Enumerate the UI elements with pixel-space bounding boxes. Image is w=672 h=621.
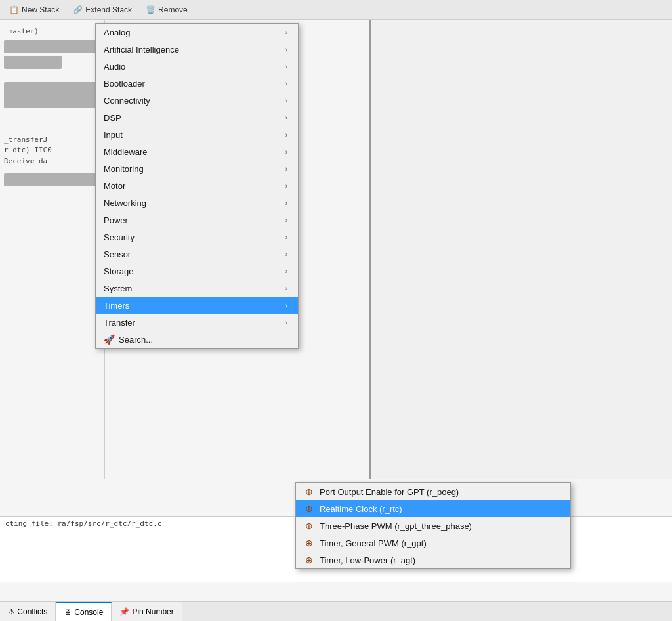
menu-item-dsp[interactable]: DSP › bbox=[96, 109, 298, 126]
menu-arrow-security: › bbox=[285, 234, 287, 241]
menu-arrow-transfer: › bbox=[285, 319, 287, 326]
gray-block-3 bbox=[4, 82, 100, 108]
right-panel bbox=[370, 20, 672, 479]
left-panel: _master) _transfer3 r_dtc) IIC0 Receive … bbox=[0, 20, 105, 479]
submenu-item-realtime-clock[interactable]: ⊕ Realtime Clock (r_rtc) bbox=[296, 500, 570, 517]
submenu-item-timer-general-pwm[interactable]: ⊕ Timer, General PWM (r_gpt) bbox=[296, 534, 570, 551]
menu-item-search[interactable]: 🚀 Search... bbox=[96, 331, 298, 348]
new-stack-label: New Stack bbox=[22, 5, 59, 14]
menu-arrow-monitoring: › bbox=[285, 165, 287, 173]
menu-item-system-label: System bbox=[104, 284, 285, 293]
code-line-3: r_dtc) IIC0 bbox=[4, 145, 100, 156]
search-rocket-icon: 🚀 bbox=[104, 334, 115, 345]
menu-item-transfer[interactable]: Transfer › bbox=[96, 314, 298, 331]
menu-search-label: Search... bbox=[119, 335, 153, 345]
menu-item-bootloader-label: Bootloader bbox=[104, 79, 285, 89]
menu-item-middleware[interactable]: Middleware › bbox=[96, 143, 298, 160]
submenu-item-general-pwm-label: Timer, General PWM (r_gpt) bbox=[320, 538, 427, 548]
menu-item-connectivity[interactable]: Connectivity › bbox=[96, 92, 298, 109]
menu-arrow-dsp: › bbox=[285, 114, 287, 121]
menu-item-storage[interactable]: Storage › bbox=[96, 263, 298, 280]
remove-button[interactable]: 🗑️ Remove bbox=[139, 2, 194, 18]
menu-arrow-storage: › bbox=[285, 268, 287, 275]
menu-item-sensor[interactable]: Sensor › bbox=[96, 246, 298, 263]
console-tab-icon: 🖥 bbox=[64, 608, 72, 617]
menu-arrow-system: › bbox=[285, 285, 287, 292]
context-menu: Analog › Artificial Intelligence › Audio… bbox=[95, 23, 299, 349]
menu-item-monitoring[interactable]: Monitoring › bbox=[96, 160, 298, 177]
submenu-item-port-output-enable[interactable]: ⊕ Port Output Enable for GPT (r_poeg) bbox=[296, 483, 570, 500]
menu-item-audio-label: Audio bbox=[104, 62, 285, 72]
menu-item-bootloader[interactable]: Bootloader › bbox=[96, 75, 298, 92]
menu-arrow-analog: › bbox=[285, 29, 287, 36]
pin-number-tab-icon: 📌 bbox=[119, 607, 129, 616]
submenu-item-timer-low-power[interactable]: ⊕ Timer, Low-Power (r_agt) bbox=[296, 551, 570, 568]
menu-arrow-middleware: › bbox=[285, 148, 287, 156]
menu-item-timers[interactable]: Timers › bbox=[96, 297, 298, 314]
menu-item-storage-label: Storage bbox=[104, 267, 285, 276]
menu-item-system[interactable]: System › bbox=[96, 280, 298, 297]
menu-arrow-sensor: › bbox=[285, 251, 287, 258]
main-toolbar: 📋 New Stack 🔗 Extend Stack 🗑️ Remove bbox=[0, 0, 672, 20]
remove-icon: 🗑️ bbox=[145, 5, 156, 15]
submenu-item-low-power-label: Timer, Low-Power (r_agt) bbox=[320, 555, 415, 565]
vertical-separator bbox=[369, 20, 370, 479]
component-icon-general-pwm: ⊕ bbox=[304, 538, 314, 548]
menu-arrow-motor: › bbox=[285, 182, 287, 190]
menu-arrow-bootloader: › bbox=[285, 80, 287, 87]
menu-item-connectivity-label: Connectivity bbox=[104, 96, 285, 106]
code-line-1: _master) bbox=[4, 26, 100, 37]
menu-item-security-label: Security bbox=[104, 232, 285, 242]
component-icon-low-power: ⊕ bbox=[304, 555, 314, 565]
menu-arrow-ai: › bbox=[285, 46, 287, 53]
menu-item-dsp-label: DSP bbox=[104, 113, 285, 123]
pin-number-tab[interactable]: 📌 Pin Number bbox=[112, 602, 182, 621]
code-line-4: Receive da bbox=[4, 156, 100, 167]
extend-stack-button[interactable]: 🔗 Extend Stack bbox=[66, 2, 138, 18]
code-line-2: _transfer3 bbox=[4, 135, 100, 146]
menu-arrow-timers: › bbox=[285, 302, 287, 309]
content-area: _master) _transfer3 r_dtc) IIC0 Receive … bbox=[0, 20, 672, 601]
submenu-item-rtc-label: Realtime Clock (r_rtc) bbox=[320, 504, 402, 514]
submenu-item-three-phase-pwm[interactable]: ⊕ Three-Phase PWM (r_gpt_three_phase) bbox=[296, 517, 570, 534]
gray-block-2 bbox=[4, 56, 62, 69]
menu-item-motor-label: Motor bbox=[104, 181, 285, 191]
menu-arrow-input: › bbox=[285, 131, 287, 139]
menu-item-audio[interactable]: Audio › bbox=[96, 58, 298, 75]
menu-item-input[interactable]: Input › bbox=[96, 126, 298, 143]
menu-item-motor[interactable]: Motor › bbox=[96, 177, 298, 194]
submenu-item-three-phase-label: Three-Phase PWM (r_gpt_three_phase) bbox=[320, 521, 472, 531]
timers-submenu: ⊕ Port Output Enable for GPT (r_poeg) ⊕ … bbox=[295, 482, 571, 569]
submenu-item-port-output-label: Port Output Enable for GPT (r_poeg) bbox=[320, 487, 459, 497]
pin-number-tab-label: Pin Number bbox=[132, 607, 173, 616]
component-icon-three-phase: ⊕ bbox=[304, 521, 314, 531]
menu-item-sensor-label: Sensor bbox=[104, 249, 285, 259]
menu-arrow-connectivity: › bbox=[285, 97, 287, 104]
menu-arrow-networking: › bbox=[285, 200, 287, 207]
menu-item-analog[interactable]: Analog › bbox=[96, 24, 298, 41]
new-stack-icon: 📋 bbox=[9, 5, 19, 15]
menu-item-input-label: Input bbox=[104, 130, 285, 140]
menu-item-networking-label: Networking bbox=[104, 198, 285, 208]
menu-arrow-power: › bbox=[285, 217, 287, 224]
menu-item-monitoring-label: Monitoring bbox=[104, 164, 285, 174]
conflicts-tab[interactable]: ⚠ Conflicts bbox=[0, 602, 56, 621]
console-tab[interactable]: 🖥 Console bbox=[56, 602, 112, 621]
menu-item-security[interactable]: Security › bbox=[96, 228, 298, 246]
menu-item-middleware-label: Middleware bbox=[104, 147, 285, 157]
extend-stack-icon: 🔗 bbox=[72, 5, 83, 15]
extend-stack-label: Extend Stack bbox=[85, 5, 132, 14]
new-stack-button[interactable]: 📋 New Stack bbox=[3, 2, 65, 18]
gray-block-1 bbox=[4, 40, 100, 53]
console-text: cting file: ra/fsp/src/r_dtc/r_dtc.c bbox=[5, 519, 161, 528]
menu-item-artificial-intelligence[interactable]: Artificial Intelligence › bbox=[96, 41, 298, 58]
menu-item-timers-label: Timers bbox=[104, 301, 285, 310]
menu-arrow-audio: › bbox=[285, 63, 287, 70]
menu-item-power-label: Power bbox=[104, 215, 285, 225]
menu-item-power[interactable]: Power › bbox=[96, 211, 298, 228]
menu-item-ai-label: Artificial Intelligence bbox=[104, 45, 285, 54]
menu-item-networking[interactable]: Networking › bbox=[96, 194, 298, 211]
gray-block-4 bbox=[4, 173, 100, 186]
component-icon-rtc: ⊕ bbox=[304, 503, 314, 514]
status-bar: ⚠ Conflicts 🖥 Console 📌 Pin Number bbox=[0, 601, 672, 621]
